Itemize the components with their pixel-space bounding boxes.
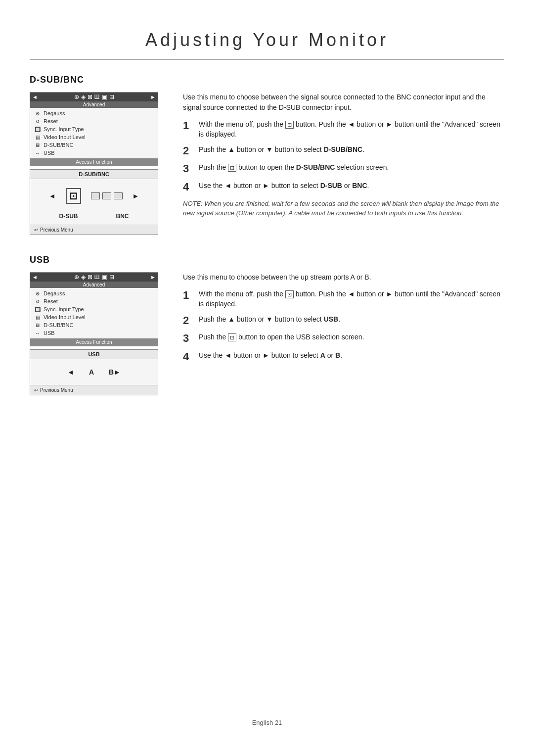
icon-4: Ш xyxy=(94,94,100,100)
advanced-label-2: Advanced xyxy=(30,282,158,288)
menu-top-bar: ◄ ⊕ ◈ ⊠ Ш ▣ ⊟ ► xyxy=(30,93,158,101)
usb-main-menu: ◄ ⊕ ◈ ⊠ Ш ▣ ⊟ ► Advanced xyxy=(30,272,158,346)
step-2-dsubbnc: 2 Push the ▲ button or ▼ button to selec… xyxy=(183,145,504,157)
dsubbnc-intro: Use this menu to choose between the sign… xyxy=(183,92,504,113)
menu-icons: ⊕ ◈ ⊠ Ш ▣ ⊟ xyxy=(74,94,114,100)
usb-right-arrow-icon: ► xyxy=(150,274,156,280)
usb-heading: USB xyxy=(30,255,504,265)
usb-sub-panel: USB ◄ A B► ↩ Previous Menu xyxy=(30,349,158,395)
menu-item-reset-2: ↺ Reset xyxy=(30,297,158,305)
dsubbnc-menu-body: ⊗ Degauss ↺ Reset 🔲 Sync. Input Type xyxy=(30,108,158,158)
usb-option-a: A xyxy=(89,368,94,376)
sub-panel-title-dsubbnc: D-SUB/BNC xyxy=(30,170,158,179)
dsubbnc-steps: 1 With the menu off, push the ⊡ button. … xyxy=(183,120,504,193)
sub-panel-footer-usb: ↩ Previous Menu xyxy=(30,385,158,395)
dsubbnc-heading: D-SUB/BNC xyxy=(30,75,504,85)
sub-right-arrow: ► xyxy=(133,192,139,200)
usb-menu-top-bar: ◄ ⊕ ◈ ⊠ Ш ▣ ⊟ ► xyxy=(30,273,158,282)
usb-icon-6: ⊟ xyxy=(109,274,114,281)
sub-panel-body-dsubbnc: ◄ ⊡ ► xyxy=(30,179,158,213)
prev-menu-label-2: Previous Menu xyxy=(40,387,73,393)
dsubbnc-section: D-SUB/BNC ◄ ⊕ ◈ ⊠ Ш ▣ ⊟ xyxy=(30,75,504,235)
step-3-dsubbnc: 3 Push the ⊡ button to open the D-SUB/BN… xyxy=(183,163,504,175)
dsubbnc-sub-panel: D-SUB/BNC ◄ ⊡ ► D-SUB BNC xyxy=(30,169,158,235)
sub-left-arrow: ◄ xyxy=(49,192,56,200)
step-1-usb: 1 With the menu off, push the ⊡ button. … xyxy=(183,289,504,309)
usb-row: ◄ ⊕ ◈ ⊠ Ш ▣ ⊟ ► Advanced xyxy=(30,272,504,395)
icon-3: ⊠ xyxy=(88,94,92,100)
usb-menu-body: ⊗ Degauss ↺ Reset 🔲 Sync. Input Type xyxy=(30,288,158,338)
page-title: Adjusting Your Monitor xyxy=(30,30,504,50)
left-arrow-icon: ◄ xyxy=(32,94,38,100)
menu-item-dsubbnc-1: 🖥 D-SUB/BNC xyxy=(30,141,158,149)
step-4-dsubbnc: 4 Use the ◄ button or ► button to select… xyxy=(183,181,504,193)
menu-item-reset-1: ↺ Reset xyxy=(30,117,158,125)
return-icon-1: ↩ xyxy=(34,227,38,233)
dsubbnc-row: ◄ ⊕ ◈ ⊠ Ш ▣ ⊟ ► Advanced xyxy=(30,92,504,235)
access-bar-1: Access Function xyxy=(30,158,158,166)
usb-icon-3: ⊠ xyxy=(88,274,92,281)
menu-item-degauss-1: ⊗ Degauss xyxy=(30,109,158,117)
step-3-usb: 3 Push the ⊡ button to open the USB sele… xyxy=(183,332,504,344)
page-title-section: Adjusting Your Monitor xyxy=(30,0,504,60)
dsubbnc-right-col: Use this menu to choose between the sign… xyxy=(183,92,504,235)
bnc-boxes xyxy=(91,192,123,199)
step-4-usb: 4 Use the ◄ English 21button or ► button… xyxy=(183,351,504,363)
usb-icon-1: ⊕ xyxy=(74,274,79,281)
page-footer: English 21 xyxy=(0,719,534,726)
access-bar-2: Access Function xyxy=(30,338,158,346)
sub-icon-monitor: ⊡ xyxy=(66,188,81,204)
prev-menu-label-1: Previous Menu xyxy=(40,227,73,233)
usb-icon-5: ▣ xyxy=(102,274,107,281)
usb-intro: Use this menu to choose between the up s… xyxy=(183,272,504,283)
usb-icon-2: ◈ xyxy=(81,274,86,281)
icon-5: ▣ xyxy=(102,94,107,100)
advanced-label-1: Advanced xyxy=(30,101,158,108)
dsubbnc-note: NOTE: When you are finished, wait for a … xyxy=(183,199,504,218)
dsub-label: D-SUB xyxy=(59,213,78,220)
menu-item-video-1: ▤ Video Input Level xyxy=(30,133,158,141)
icon-6: ⊟ xyxy=(109,94,114,100)
menu-item-sync-1: 🔲 Sync. Input Type xyxy=(30,125,158,133)
usb-left-col: ◄ ⊕ ◈ ⊠ Ш ▣ ⊟ ► Advanced xyxy=(30,272,168,395)
usb-right-col: Use this menu to choose between the up s… xyxy=(183,272,504,395)
right-arrow-icon: ► xyxy=(150,94,156,100)
sub-panel-footer-dsubbnc: ↩ Previous Menu xyxy=(30,225,158,235)
bnc-label: BNC xyxy=(116,213,129,220)
icon-1: ⊕ xyxy=(74,94,79,100)
menu-item-dsubbnc-2: 🖥 D-SUB/BNC xyxy=(30,321,158,329)
main-content: D-SUB/BNC ◄ ⊕ ◈ ⊠ Ш ▣ ⊟ xyxy=(30,60,504,395)
menu-item-usb-1: ↔ USB xyxy=(30,149,158,157)
dsubbnc-left-col: ◄ ⊕ ◈ ⊠ Ш ▣ ⊟ ► Advanced xyxy=(30,92,168,235)
return-icon-2: ↩ xyxy=(34,387,38,393)
menu-item-video-2: ▤ Video Input Level xyxy=(30,313,158,321)
dsubbnc-main-menu: ◄ ⊕ ◈ ⊠ Ш ▣ ⊟ ► Advanced xyxy=(30,92,158,166)
usb-section: USB ◄ ⊕ ◈ ⊠ Ш ▣ ⊟ xyxy=(30,255,504,395)
usb-option-b: B► xyxy=(109,368,121,376)
usb-menu-icons: ⊕ ◈ ⊠ Ш ▣ ⊟ xyxy=(74,274,114,281)
menu-item-degauss-2: ⊗ Degauss xyxy=(30,289,158,297)
usb-left-arrow-icon: ◄ xyxy=(32,274,38,280)
menu-item-usb-2: ↔ USB xyxy=(30,329,158,337)
usb-sub-panel-body: ◄ A B► xyxy=(30,359,158,385)
sub-labels-dsubbnc: D-SUB BNC xyxy=(30,213,158,225)
menu-item-sync-2: 🔲 Sync. Input Type xyxy=(30,305,158,313)
step-1-dsubbnc: 1 With the menu off, push the ⊡ button. … xyxy=(183,120,504,139)
step-2-usb: 2 Push the ▲ button or ▼ button to selec… xyxy=(183,315,504,327)
usb-sub-left-arrow: ◄ xyxy=(67,368,74,376)
usb-steps: 1 With the menu off, push the ⊡ button. … xyxy=(183,289,504,363)
sub-panel-title-usb: USB xyxy=(30,350,158,359)
footer-text: English 21 xyxy=(252,719,282,726)
icon-2: ◈ xyxy=(81,94,86,100)
usb-icon-4: Ш xyxy=(94,274,100,281)
